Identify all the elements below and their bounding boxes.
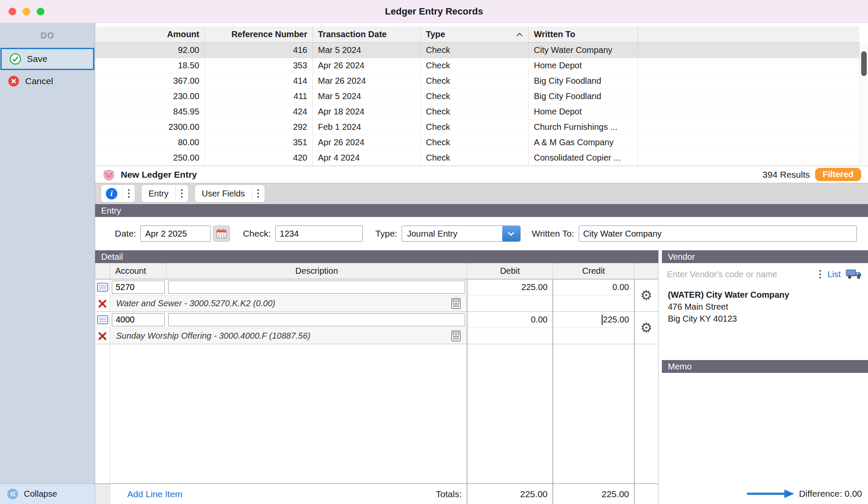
line-settings-button[interactable]: ⚙ — [635, 312, 658, 344]
titlebar: Ledger Entry Records — [0, 0, 868, 23]
cell-amount: 2300.00 — [95, 120, 205, 135]
cell-reference: 411 — [205, 89, 313, 104]
text-cursor — [602, 315, 603, 325]
credit-info-empty-cell — [553, 328, 635, 344]
tab-entry-menu-dots[interactable] — [175, 185, 188, 202]
vendor-list-link[interactable]: List — [827, 270, 841, 279]
vendor-name: (WATER) City Water Company — [668, 289, 862, 301]
cell-amount: 92.00 — [95, 43, 205, 58]
delete-line-button[interactable] — [95, 328, 110, 344]
entry-section-header: Entry — [95, 204, 868, 217]
table-row[interactable]: 18.50 353 Apr 26 2024 Check Home Depot — [95, 58, 859, 73]
description-input[interactable] — [168, 313, 465, 326]
scrollbar-thumb[interactable] — [861, 51, 867, 76]
table-row[interactable]: 230.00 411 Mar 5 2024 Check Big City Foo… — [95, 89, 859, 104]
debit-info-empty-cell — [467, 296, 553, 312]
account-number-input[interactable] — [112, 281, 165, 294]
debit-cell[interactable]: 225.00 — [467, 279, 553, 296]
cancel-button[interactable]: Cancel — [0, 70, 95, 92]
account-info-row: Sunday Worship Offering - 3000.4000.F (1… — [110, 328, 467, 344]
detail-column-debit: Debit — [467, 263, 553, 279]
credit-cell-focused[interactable]: 225.00 — [553, 312, 635, 328]
column-header-amount[interactable]: Amount — [95, 26, 205, 42]
credit-cell[interactable]: 0.00 — [553, 279, 635, 296]
collapse-sidebar-button[interactable]: Collapse — [0, 483, 95, 504]
kebab-icon — [181, 189, 183, 198]
line-settings-button[interactable]: ⚙ — [635, 279, 658, 312]
cell-date: Mar 5 2024 — [313, 89, 421, 104]
account-number-cell — [110, 312, 166, 328]
column-header-type[interactable]: Type — [421, 26, 529, 42]
x-circle-icon — [8, 75, 20, 87]
debit-cell[interactable]: 0.00 — [467, 312, 553, 328]
calculator-button[interactable] — [451, 330, 461, 342]
cell-written-to: Consolidated Copier ... — [529, 150, 638, 165]
detail-footer-spacer — [95, 483, 110, 504]
panel-gutter — [658, 250, 662, 504]
gear-icon: ⚙ — [641, 287, 652, 303]
table-row[interactable]: 845.95 424 Apr 18 2024 Check Home Depot — [95, 104, 859, 120]
zoom-window-button[interactable] — [37, 8, 44, 15]
table-row[interactable]: 80.00 351 Apr 26 2024 Check A & M Gas Co… — [95, 135, 859, 150]
sidebar-header: DO — [0, 23, 95, 48]
cell-reference: 416 — [205, 43, 313, 58]
cell-empty — [638, 135, 859, 150]
filler-account-col — [110, 344, 166, 483]
debit-info-empty-cell — [467, 328, 553, 344]
memo-section-header: Memo — [662, 360, 868, 373]
table-row[interactable]: 250.00 420 Apr 4 2024 Check Consolidated… — [95, 150, 859, 166]
cell-date: Feb 1 2024 — [313, 120, 421, 135]
add-line-item-link[interactable]: Add Line Item — [127, 489, 183, 499]
cell-amount: 367.00 — [95, 73, 205, 88]
memo-input[interactable] — [662, 373, 868, 483]
table-row[interactable]: 92.00 416 Mar 5 2024 Check City Water Co… — [95, 43, 859, 58]
account-lookup-button[interactable] — [95, 279, 110, 296]
close-window-button[interactable] — [9, 8, 16, 15]
detail-column-credit: Credit — [553, 263, 635, 279]
delete-line-button[interactable] — [95, 296, 110, 312]
vendor-more-button[interactable] — [818, 270, 822, 278]
records-header-row: Amount Reference Number Transaction Date… — [95, 26, 859, 43]
detail-footer-actions — [635, 483, 658, 504]
account-info-text: Sunday Worship Offering - 3000.4000.F (1… — [116, 331, 310, 341]
column-header-transaction-date[interactable]: Transaction Date — [313, 26, 421, 42]
written-to-input[interactable] — [579, 226, 857, 242]
table-row[interactable]: 367.00 414 Mar 26 2024 Check Big City Fo… — [95, 73, 859, 89]
vendor-panel: Vendor List — [662, 250, 868, 504]
description-input[interactable] — [168, 281, 465, 294]
detail-column-account: Account — [110, 263, 166, 279]
column-header-reference-number[interactable]: Reference Number — [205, 26, 313, 42]
check-number-input[interactable] — [275, 226, 363, 242]
total-credit: 225.00 — [553, 483, 635, 504]
save-button[interactable]: Save — [0, 48, 94, 70]
account-number-input[interactable] — [112, 313, 165, 326]
cell-amount: 18.50 — [95, 58, 205, 73]
vendor-search-row: List — [662, 263, 868, 285]
minimize-window-button[interactable] — [23, 8, 30, 15]
cell-written-to: Home Depot — [529, 104, 638, 119]
calculator-button[interactable] — [451, 298, 461, 309]
vertical-scrollbar[interactable] — [859, 43, 868, 166]
cell-written-to: City Water Company — [529, 43, 638, 58]
filler-description-col — [166, 344, 467, 483]
cell-empty — [638, 73, 859, 88]
truck-icon[interactable] — [846, 269, 863, 280]
tab-entry[interactable]: Entry — [142, 185, 188, 202]
account-lookup-button[interactable] — [95, 312, 110, 328]
calendar-picker-button[interactable] — [213, 226, 230, 242]
date-input[interactable] — [140, 226, 211, 242]
filtered-badge[interactable]: Filtered — [815, 168, 861, 181]
info-button[interactable]: i — [101, 185, 135, 202]
vendor-search-input[interactable] — [667, 270, 813, 279]
cell-type: Check — [421, 73, 529, 88]
cell-empty — [638, 58, 859, 73]
column-header-written-to[interactable]: Written To — [529, 26, 638, 42]
cell-empty — [638, 150, 859, 165]
cell-date: Apr 26 2024 — [313, 58, 421, 73]
tab-user-fields-menu-dots[interactable] — [252, 185, 265, 202]
tab-user-fields[interactable]: User Fields — [195, 185, 265, 202]
type-select[interactable]: Journal Entry — [402, 226, 521, 242]
info-menu-dots[interactable] — [122, 185, 135, 202]
table-row[interactable]: 2300.00 292 Feb 1 2024 Check Church Furn… — [95, 120, 859, 135]
filler-credit-col — [553, 344, 635, 483]
